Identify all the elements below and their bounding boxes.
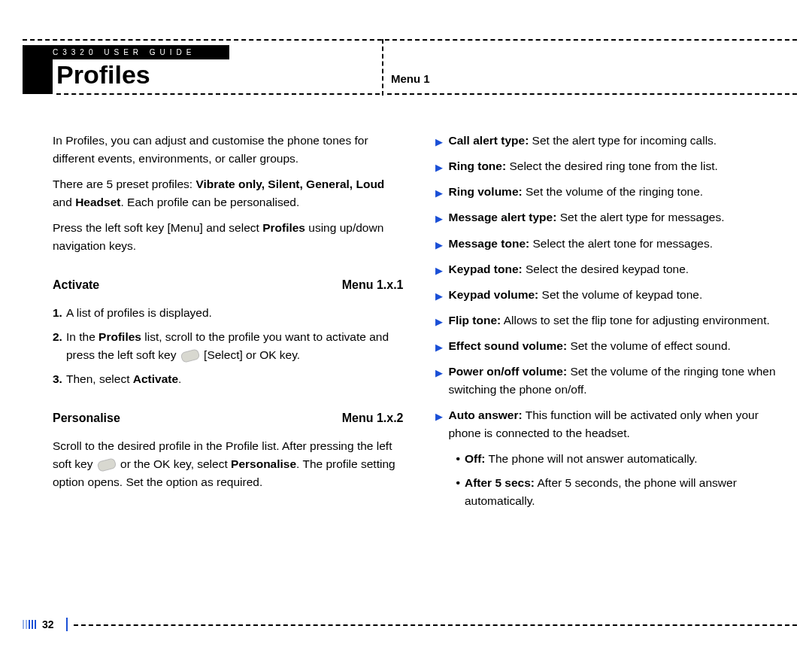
step-number: 3. xyxy=(53,370,66,388)
footer: 32 xyxy=(23,618,797,631)
mid-dashed-rule-left xyxy=(56,93,380,95)
arrow-icon: ▶ xyxy=(435,135,443,150)
black-side-bar xyxy=(23,56,53,94)
arrow-icon: ▶ xyxy=(435,263,443,278)
term: Message tone: xyxy=(449,237,530,250)
step-number: 2. xyxy=(53,328,66,364)
option-message-alert-type: ▶ Message alert type: Set the alert type… xyxy=(435,208,786,226)
option-text: Call alert type: Set the alert type for … xyxy=(449,132,717,150)
term: Off: xyxy=(465,452,486,465)
activate-menu-ref: Menu 1.x.1 xyxy=(342,276,404,295)
term: Flip tone: xyxy=(449,314,501,327)
step-text: Then, select Activate. xyxy=(66,370,404,388)
activate-heading: Activate Menu 1.x.1 xyxy=(53,276,404,295)
step-1: 1. A list of profiles is displayed. xyxy=(53,304,404,322)
softkey-icon xyxy=(96,457,117,472)
option-call-alert-type: ▶ Call alert type: Set the alert type fo… xyxy=(435,132,786,150)
option-text: Message alert type: Set the alert type f… xyxy=(449,208,725,226)
option-text: Ring volume: Set the volume of the ringi… xyxy=(449,183,704,201)
bullet-dot-icon: • xyxy=(456,450,460,468)
personalise-bold: Personalise xyxy=(231,457,296,470)
text: There are 5 preset profiles: xyxy=(53,178,195,190)
sub-option-after-5-secs: • After 5 secs: After 5 seconds, the pho… xyxy=(456,474,786,510)
desc: The phone will not answer automatically. xyxy=(485,452,697,465)
term: Call alert type: xyxy=(449,134,529,147)
term: Ring volume: xyxy=(449,185,523,198)
option-text: Effect sound volume: Set the volume of e… xyxy=(449,337,731,355)
desc: Set the volume of the ringing tone. xyxy=(523,185,703,198)
step-text: A list of profiles is displayed. xyxy=(66,304,404,322)
bullet-dot-icon: • xyxy=(456,474,460,510)
mid-dashed-rule-right xyxy=(387,93,797,95)
arrow-icon: ▶ xyxy=(435,340,443,355)
desc: Set the volume of effect sound. xyxy=(567,339,731,352)
footer-bars-icon xyxy=(23,620,36,629)
option-keypad-tone: ▶ Keypad tone: Select the desired keypad… xyxy=(435,260,786,278)
term: Auto answer: xyxy=(449,409,523,421)
arrow-icon: ▶ xyxy=(435,238,443,253)
text: or the OK key, select xyxy=(117,457,231,470)
personalise-paragraph: Scroll to the desired profile in the Pro… xyxy=(53,437,404,491)
term: After 5 secs: xyxy=(465,476,535,489)
option-power-onoff-volume: ▶ Power on/off volume: Set the volume of… xyxy=(435,363,786,399)
desc: Set the alert type for incoming calls. xyxy=(529,134,717,147)
option-text: Keypad tone: Select the desired keypad t… xyxy=(449,260,689,278)
vertical-dashed-separator xyxy=(382,39,383,96)
preset-profiles-bold: Vibrate only, Silent, General, Loud xyxy=(195,178,384,190)
personalise-heading: Personalise Menu 1.x.2 xyxy=(53,409,404,428)
profiles-bold: Profiles xyxy=(98,330,141,343)
manual-page: C3320 USER GUIDE Profiles Menu 1 In Prof… xyxy=(0,0,812,650)
text: [Select] or OK key. xyxy=(201,348,300,361)
content-columns: In Profiles, you can adjust and customis… xyxy=(53,132,786,606)
sub-option-text: Off: The phone will not answer automatic… xyxy=(465,450,698,468)
arrow-icon: ▶ xyxy=(435,211,443,226)
text: In the xyxy=(66,330,98,343)
step-number: 1. xyxy=(53,304,66,322)
option-text: Flip tone: Allows to set the flip tone f… xyxy=(449,311,770,330)
option-ring-tone: ▶ Ring tone: Select the desired ring ton… xyxy=(435,157,786,175)
option-text: Auto answer: This function will be activ… xyxy=(449,406,786,442)
option-effect-sound-volume: ▶ Effect sound volume: Set the volume of… xyxy=(435,337,786,355)
option-ring-volume: ▶ Ring volume: Set the volume of the rin… xyxy=(435,183,786,201)
arrow-icon: ▶ xyxy=(435,160,443,175)
option-text: Keypad volume: Set the volume of keypad … xyxy=(449,286,703,304)
softkey-icon xyxy=(180,348,200,363)
text: . xyxy=(178,372,181,385)
footer-dashed-rule xyxy=(74,624,797,626)
intro-paragraph-3: Press the left soft key [Menu] and selec… xyxy=(53,219,404,255)
option-text: Ring tone: Select the desired ring tone … xyxy=(449,157,718,175)
step-2: 2. In the Profiles list, scroll to the p… xyxy=(53,328,404,364)
term: Message alert type: xyxy=(449,211,557,223)
arrow-icon: ▶ xyxy=(435,186,443,201)
text: and xyxy=(53,196,75,208)
term: Keypad volume: xyxy=(449,288,539,301)
arrow-icon: ▶ xyxy=(435,366,443,399)
menu-reference: Menu 1 xyxy=(391,72,430,85)
step-3: 3. Then, select Activate. xyxy=(53,370,404,388)
header-band: C3320 USER GUIDE xyxy=(23,45,229,59)
page-number: 32 xyxy=(42,618,54,630)
personalise-menu-ref: Menu 1.x.2 xyxy=(342,409,404,428)
desc: Set the alert type for messages. xyxy=(556,211,724,223)
option-text: Power on/off volume: Set the volume of t… xyxy=(449,363,786,399)
sub-option-off: • Off: The phone will not answer automat… xyxy=(456,450,786,468)
option-keypad-volume: ▶ Keypad volume: Set the volume of keypa… xyxy=(435,286,786,304)
desc: Allows to set the flip tone for adjustin… xyxy=(501,314,770,327)
arrow-icon: ▶ xyxy=(435,409,443,442)
option-message-tone: ▶ Message tone: Select the alert tone fo… xyxy=(435,235,786,253)
text: Press the left soft key [Menu] and selec… xyxy=(53,221,262,234)
sub-option-text: After 5 secs: After 5 seconds, the phone… xyxy=(465,474,786,510)
activate-bold: Activate xyxy=(133,372,178,385)
headset-bold: Headset xyxy=(75,196,120,208)
term: Power on/off volume: xyxy=(449,365,568,378)
text: Then, select xyxy=(66,372,133,385)
profiles-bold: Profiles xyxy=(262,221,305,234)
left-column: In Profiles, you can adjust and customis… xyxy=(53,132,404,606)
activate-title: Activate xyxy=(53,276,99,295)
intro-paragraph-1: In Profiles, you can adjust and customis… xyxy=(53,132,404,168)
option-text: Message tone: Select the alert tone for … xyxy=(449,235,714,253)
intro-paragraph-2: There are 5 preset profiles: Vibrate onl… xyxy=(53,175,404,211)
term: Effect sound volume: xyxy=(449,339,568,352)
step-text: In the Profiles list, scroll to the prof… xyxy=(66,328,404,364)
arrow-icon: ▶ xyxy=(435,289,443,304)
